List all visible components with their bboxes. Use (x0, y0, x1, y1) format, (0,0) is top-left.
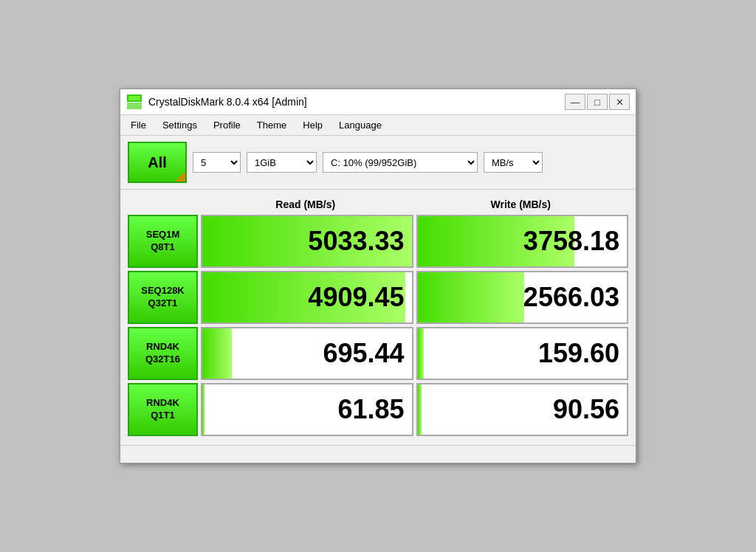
menu-item-language[interactable]: Language (331, 117, 389, 134)
results-header: Read (MB/s) Write (MB/s) (128, 196, 628, 213)
status-bar (120, 445, 636, 463)
app-window: CrystalDiskMark 8.0.4 x64 [Admin] — □ ✕ … (120, 89, 636, 463)
row-label-3: RND4KQ1T1 (128, 383, 198, 436)
result-row: RND4KQ32T16695.44159.60 (128, 327, 628, 380)
menu-item-settings[interactable]: Settings (155, 117, 205, 134)
read-cell-3: 61.85 (201, 383, 413, 436)
read-cell-0: 5033.33 (201, 215, 413, 268)
result-row: SEQ128KQ32T14909.452566.03 (128, 271, 628, 324)
read-value-2: 695.44 (323, 338, 404, 369)
runs-dropdown[interactable]: 5 1 3 9 (193, 152, 241, 173)
toolbar: All 5 1 3 9 1GiB 512MiB 2GiB C: 10% (99/… (120, 136, 636, 190)
main-content: Read (MB/s) Write (MB/s) SEQ1MQ8T15033.3… (120, 190, 636, 445)
size-dropdown[interactable]: 1GiB 512MiB 2GiB (247, 152, 317, 173)
app-icon (126, 94, 142, 110)
write-value-0: 3758.18 (523, 226, 619, 257)
result-row: SEQ1MQ8T15033.333758.18 (128, 215, 628, 268)
title-buttons: — □ ✕ (565, 94, 630, 110)
window-title: CrystalDiskMark 8.0.4 x64 [Admin] (148, 96, 307, 108)
header-write: Write (MB/s) (413, 196, 629, 213)
menu-item-file[interactable]: File (123, 117, 154, 134)
result-row: RND4KQ1T161.8590.56 (128, 383, 628, 436)
menu-item-profile[interactable]: Profile (206, 117, 248, 134)
svg-rect-3 (128, 96, 140, 100)
read-cell-2: 695.44 (201, 327, 413, 380)
row-label-text: RND4KQ1T1 (146, 397, 179, 422)
menu-item-theme[interactable]: Theme (250, 117, 294, 134)
row-label-text: SEQ1MQ8T1 (146, 229, 180, 254)
row-label-0: SEQ1MQ8T1 (128, 215, 198, 268)
write-cell-2: 159.60 (416, 327, 629, 380)
row-label-2: RND4KQ32T16 (128, 327, 198, 380)
header-empty (128, 196, 198, 213)
title-bar: CrystalDiskMark 8.0.4 x64 [Admin] — □ ✕ (120, 89, 636, 115)
header-read: Read (MB/s) (198, 196, 413, 213)
read-value-0: 5033.33 (308, 226, 404, 257)
read-value-3: 61.85 (337, 394, 404, 425)
all-button[interactable]: All (128, 142, 187, 183)
unit-dropdown[interactable]: MB/s GB/s (484, 152, 543, 173)
row-label-1: SEQ128KQ32T1 (128, 271, 198, 324)
write-value-1: 2566.03 (523, 282, 619, 313)
row-label-text: SEQ128KQ32T1 (141, 285, 185, 310)
close-button[interactable]: ✕ (609, 94, 630, 110)
menu-item-help[interactable]: Help (295, 117, 330, 134)
rows-container: SEQ1MQ8T15033.333758.18SEQ128KQ32T14909.… (128, 215, 628, 436)
row-label-text: RND4KQ32T16 (145, 341, 180, 366)
maximize-button[interactable]: □ (587, 94, 608, 110)
minimize-button[interactable]: — (565, 94, 585, 110)
svg-rect-2 (127, 103, 142, 109)
menu-bar: FileSettingsProfileThemeHelpLanguage (120, 115, 636, 136)
write-value-3: 90.56 (553, 394, 619, 425)
read-cell-1: 4909.45 (201, 271, 413, 324)
write-value-2: 159.60 (538, 338, 619, 369)
write-cell-3: 90.56 (416, 383, 629, 436)
drive-dropdown[interactable]: C: 10% (99/952GiB) (323, 152, 478, 173)
write-cell-0: 3758.18 (416, 215, 629, 268)
read-value-1: 4909.45 (308, 282, 404, 313)
title-bar-left: CrystalDiskMark 8.0.4 x64 [Admin] (126, 94, 307, 110)
write-cell-1: 2566.03 (416, 271, 629, 324)
